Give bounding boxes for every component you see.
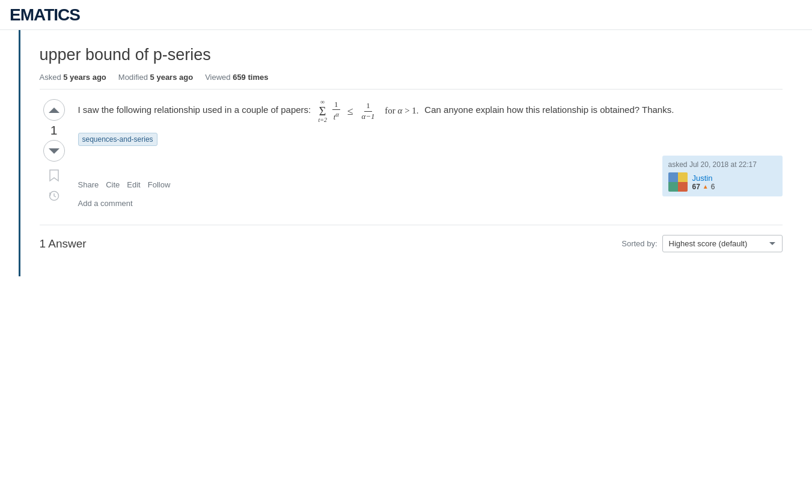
svg-rect-3 xyxy=(678,172,688,182)
svg-rect-2 xyxy=(668,182,678,192)
upvote-icon xyxy=(49,108,60,113)
follow-link[interactable]: Follow xyxy=(148,180,171,189)
user-name-link[interactable]: Justin xyxy=(692,174,715,183)
question-meta: Asked 5 years ago Modified 5 years ago V… xyxy=(40,73,783,90)
user-reputation: 67 xyxy=(692,183,700,191)
user-card-info: Justin 67 ▲ 6 xyxy=(668,172,777,192)
question-body-wrapper: 1 xyxy=(40,99,783,210)
answers-header: 1 Answer Sorted by: Highest score (defau… xyxy=(40,235,783,252)
post-footer: Share Cite Edit Follow asked Jul 20, 201… xyxy=(78,156,783,196)
vote-count: 1 xyxy=(50,123,58,138)
downvote-icon xyxy=(49,148,60,154)
answers-title: 1 Answer xyxy=(40,237,87,250)
svg-rect-4 xyxy=(668,172,678,182)
share-link[interactable]: Share xyxy=(78,180,99,189)
question-text: I saw the following relationship used in… xyxy=(78,99,783,123)
user-card: asked Jul 20, 2018 at 22:17 xyxy=(662,156,783,196)
sort-dropdown: Sorted by: Highest score (default) xyxy=(621,235,782,252)
user-details: Justin 67 ▲ 6 xyxy=(692,174,715,191)
edit-link[interactable]: Edit xyxy=(127,180,140,189)
answers-section: 1 Answer Sorted by: Highest score (defau… xyxy=(40,225,783,252)
site-title: EMATICS xyxy=(10,5,80,25)
math-formula: ∞ Σ t=2 1 tα ≤ 1 α−1 for α xyxy=(317,106,421,115)
sort-select[interactable]: Highest score (default) xyxy=(662,235,783,252)
main-container: upper bound of p-series Asked 5 years ag… xyxy=(16,30,797,276)
viewed-meta: Viewed 659 times xyxy=(205,73,268,82)
cite-link[interactable]: Cite xyxy=(106,180,120,189)
avatar xyxy=(668,172,688,192)
user-card-time: asked Jul 20, 2018 at 22:17 xyxy=(668,160,777,169)
user-rep-area: 67 ▲ 6 xyxy=(692,183,715,191)
modified-meta: Modified 5 years ago xyxy=(118,73,193,82)
downvote-button[interactable] xyxy=(43,140,65,162)
add-comment[interactable]: Add a comment xyxy=(78,196,783,210)
question-content: I saw the following relationship used in… xyxy=(78,99,783,210)
bronze-badge-count: 6 xyxy=(711,183,715,191)
post-actions: Share Cite Edit Follow xyxy=(78,180,171,189)
sorted-by-label: Sorted by: xyxy=(621,239,657,248)
bronze-badge-icon: ▲ xyxy=(703,183,709,190)
left-sidebar xyxy=(16,30,20,276)
upvote-button[interactable] xyxy=(43,99,65,121)
site-header: EMATICS xyxy=(0,0,812,30)
vote-cell: 1 xyxy=(40,99,69,210)
svg-rect-5 xyxy=(678,182,688,192)
content-area: upper bound of p-series Asked 5 years ag… xyxy=(20,30,797,276)
question-title: upper bound of p-series xyxy=(40,44,783,65)
history-button[interactable] xyxy=(49,189,60,202)
asked-meta: Asked 5 years ago xyxy=(40,73,106,82)
bookmark-button[interactable] xyxy=(49,169,60,182)
tags-area: sequences-and-series xyxy=(78,133,783,146)
tag-sequences-and-series[interactable]: sequences-and-series xyxy=(78,133,157,146)
